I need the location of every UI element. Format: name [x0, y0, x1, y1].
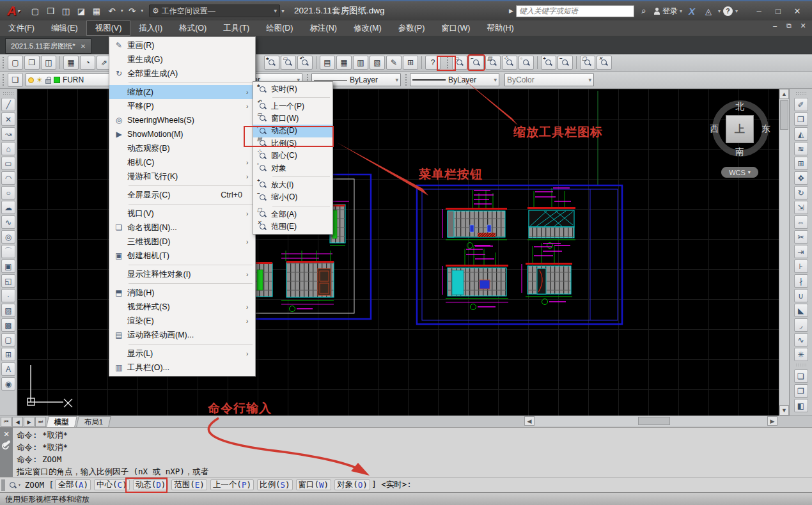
menu-item-显示(L)[interactable]: 显示(L)›: [109, 346, 255, 361]
redo-flyout-icon[interactable]: ▾: [141, 8, 144, 13]
extend-button[interactable]: ⇥: [794, 245, 808, 258]
menu-插入(I)[interactable]: 插入(I): [130, 20, 171, 36]
maximize-button[interactable]: □: [769, 4, 788, 18]
zoom-all-button[interactable]: ▢: [580, 56, 595, 70]
zoom-command-icon[interactable]: ▾: [9, 481, 21, 489]
menu-item-重画(R)[interactable]: ✎重画(R): [109, 38, 255, 52]
region-button[interactable]: ▢: [1, 333, 15, 346]
menu-item-创建相机(T)[interactable]: ▣创建相机(T): [109, 249, 255, 263]
close-button[interactable]: ✕: [788, 4, 807, 18]
menu-item-SteeringWheels(S)[interactable]: ◎SteeringWheels(S): [109, 113, 255, 127]
gradient-button[interactable]: ▩: [1, 318, 15, 332]
zoom-dynamic-button[interactable]: ⌐: [469, 56, 484, 70]
menu-item-命名视图(N)...[interactable]: ❏命名视图(N)...: [109, 221, 255, 235]
next-tab-icon[interactable]: ▶: [24, 417, 35, 427]
properties-button[interactable]: ▤: [320, 56, 335, 70]
doc-restore-button[interactable]: ⧉: [784, 22, 794, 30]
menu-item-ShowMotion(M)[interactable]: ▶ShowMotion(M): [109, 127, 255, 141]
prompt-option-上一个(P)[interactable]: 上一个(P): [210, 479, 254, 490]
menu-参数(P)[interactable]: 参数(P): [390, 20, 433, 36]
undo-button[interactable]: ↶: [105, 4, 119, 18]
menu-item-实时(R)[interactable]: ±实时(R): [253, 83, 332, 95]
menu-编辑(E)[interactable]: 编辑(E): [43, 20, 86, 36]
trim-button[interactable]: ✂: [794, 230, 808, 244]
menu-item-全部(A)[interactable]: ▢全部(A): [253, 208, 332, 221]
menu-item-消隐(H)[interactable]: ⬒消隐(H): [109, 286, 255, 300]
close-icon[interactable]: ✕: [3, 430, 9, 439]
menu-修改(M)[interactable]: 修改(M): [345, 20, 390, 36]
prompt-option-动态(D)[interactable]: 动态(D): [133, 479, 169, 490]
polygon-button[interactable]: ⌂: [1, 142, 15, 155]
sheet-set-button[interactable]: ▧: [370, 56, 385, 70]
move-button[interactable]: ✥: [794, 171, 808, 185]
menu-格式(O)[interactable]: 格式(O): [171, 20, 215, 36]
menu-item-缩放(Z)[interactable]: 缩放(Z)›: [109, 85, 255, 99]
menu-绘图(D)[interactable]: 绘图(D): [258, 20, 301, 36]
signin-button[interactable]: 登录 ▾: [653, 6, 682, 17]
scrollbar-thumb[interactable]: [780, 100, 788, 130]
wcs-dropdown[interactable]: WCS▾: [721, 167, 758, 178]
minimize-button[interactable]: –: [749, 4, 769, 18]
zoom-scale-button[interactable]: ▤: [485, 56, 501, 70]
menu-item-比例(S)[interactable]: ▤比例(S): [253, 137, 332, 150]
saveas-button[interactable]: ◪: [74, 4, 88, 18]
menu-item-相机(C)[interactable]: 相机(C)›: [109, 155, 255, 169]
offset-button[interactable]: ≋: [794, 142, 808, 155]
lineweight-dropdown[interactable]: ByLayer▾: [410, 74, 499, 86]
prompt-option-对象(O)[interactable]: 对象(O): [334, 479, 370, 490]
scrollbar-thumb[interactable]: [638, 417, 670, 425]
line-button[interactable]: ╱: [1, 98, 15, 111]
menu-工具(T)[interactable]: 工具(T): [215, 20, 258, 36]
scroll-up-icon[interactable]: ▲: [779, 89, 789, 99]
menu-item-对象[interactable]: ▫对象: [253, 162, 332, 174]
toolbar-overflow-icon[interactable]: ▼: [281, 9, 285, 13]
zoom-extents-button[interactable]: ✕: [597, 56, 612, 70]
toolbar-grip[interactable]: [795, 363, 807, 367]
circle-button[interactable]: ○: [1, 186, 15, 199]
new-button[interactable]: ▢: [8, 56, 23, 70]
prompt-option-中心(C)[interactable]: 中心(C): [94, 479, 130, 490]
tab-layout1[interactable]: 布局1: [76, 416, 111, 427]
blend-curves-button[interactable]: ∿: [794, 333, 808, 346]
viewcube-east[interactable]: 东: [761, 123, 770, 135]
doc-close-button[interactable]: ✕: [798, 22, 808, 30]
draworder-above-button[interactable]: ◧: [794, 399, 808, 412]
spline-button[interactable]: ∿: [1, 215, 15, 229]
menu-文件(F)[interactable]: 文件(F): [0, 20, 43, 36]
plot-preview-button[interactable]: ◔: [80, 56, 95, 70]
rectangle-button[interactable]: ▭: [1, 157, 15, 170]
viewcube-west[interactable]: 西: [710, 123, 719, 135]
draworder-front-button[interactable]: ❏: [794, 369, 808, 383]
open-button[interactable]: ❒: [43, 4, 58, 18]
tab-close-icon[interactable]: ✕: [81, 43, 86, 50]
menu-窗口(W)[interactable]: 窗口(W): [433, 20, 478, 36]
menu-视图(V)[interactable]: 视图(V): [86, 20, 131, 36]
prompt-option-全部(A)[interactable]: 全部(A): [55, 479, 91, 490]
zoom-window-button[interactable]: ▭: [452, 56, 467, 70]
menu-item-渲染(E)[interactable]: 渲染(E)›: [109, 314, 255, 328]
menu-标注(N)[interactable]: 标注(N): [302, 20, 345, 36]
revision-cloud-button[interactable]: ☁: [1, 201, 15, 214]
insert-block-button[interactable]: ▣: [1, 260, 15, 273]
layer-properties-button[interactable]: ❏: [8, 73, 23, 87]
point-style-button[interactable]: ◉: [1, 377, 15, 391]
menu-item-放大(I)[interactable]: +放大(I): [253, 179, 332, 191]
zoom-object-button[interactable]: ▫: [519, 56, 534, 70]
multiline-text-button[interactable]: A: [1, 362, 15, 376]
prompt-option-比例(S)[interactable]: 比例(S): [257, 479, 293, 490]
menu-item-全屏显示(C)[interactable]: 全屏显示(C)Ctrl+0: [109, 188, 255, 202]
explode-button[interactable]: ✳: [794, 348, 808, 361]
menu-item-上一个(P)[interactable]: ↶上一个(P): [253, 100, 332, 112]
tool-palettes-button[interactable]: ▥: [353, 56, 368, 70]
toolbar-grip[interactable]: [2, 56, 5, 69]
fillet-button[interactable]: ◞: [794, 318, 808, 332]
help-button[interactable]: ?: [425, 56, 441, 70]
zoom-window-button[interactable]: ▭: [281, 56, 296, 70]
search-input[interactable]: [516, 5, 634, 17]
break-at-point-button[interactable]: ⊦: [794, 260, 808, 273]
new-button[interactable]: ▢: [28, 4, 42, 18]
menu-item-缩小(O)[interactable]: −缩小(O): [253, 191, 332, 203]
zoom-realtime-button[interactable]: ±: [264, 56, 279, 70]
exchange-apps-icon[interactable]: X: [685, 4, 699, 17]
zoom-previous-button[interactable]: ↶: [297, 56, 313, 70]
